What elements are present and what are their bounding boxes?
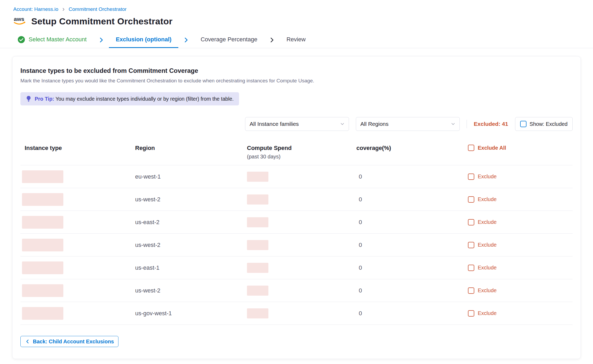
table-header-row: Instance type Region Compute Spend (past… bbox=[20, 145, 573, 165]
header-coverage: coverage(%) bbox=[356, 145, 468, 152]
stepper: Select Master Account Exclusion (optiona… bbox=[0, 32, 593, 48]
row-coverage: 0 bbox=[356, 287, 468, 294]
row-coverage: 0 bbox=[356, 219, 468, 226]
exclude-checkbox[interactable] bbox=[468, 174, 474, 180]
table-row: us-west-2 0 Exclude bbox=[20, 188, 573, 211]
row-region: us-west-2 bbox=[135, 242, 247, 248]
exclude-label: Exclude bbox=[478, 219, 497, 225]
row-coverage: 0 bbox=[356, 196, 468, 203]
exclude-control[interactable]: Exclude bbox=[468, 174, 573, 180]
chevron-down-icon bbox=[450, 121, 456, 127]
step-label: Exclusion (optional) bbox=[116, 36, 171, 43]
redacted-compute-spend bbox=[247, 217, 268, 227]
redacted-compute-spend bbox=[247, 172, 268, 182]
table-row: eu-west-1 0 Exclude bbox=[20, 165, 573, 188]
redacted-instance-type bbox=[22, 239, 63, 251]
redacted-instance-type bbox=[22, 193, 63, 206]
breadcrumb-account-link[interactable]: Account: Harness.io bbox=[13, 6, 58, 12]
pro-tip-label: Pro Tip: bbox=[35, 96, 54, 102]
show-excluded-checkbox[interactable] bbox=[520, 121, 526, 127]
row-region: us-east-2 bbox=[135, 219, 247, 226]
aws-logo: aws bbox=[13, 15, 27, 27]
exclude-label: Exclude bbox=[478, 174, 497, 180]
step-exclusion[interactable]: Exclusion (optional) bbox=[109, 32, 178, 48]
step-select-master-account[interactable]: Select Master Account bbox=[11, 32, 94, 48]
redacted-compute-spend bbox=[247, 308, 268, 318]
exclude-label: Exclude bbox=[478, 287, 497, 294]
chevron-right-icon bbox=[98, 32, 105, 48]
back-button[interactable]: Back: Child Account Exclusions bbox=[20, 336, 118, 347]
row-region: us-west-2 bbox=[135, 287, 247, 294]
show-excluded-label: Show: Excluded bbox=[530, 121, 568, 127]
step-label: Review bbox=[286, 36, 306, 43]
filters-row: All Instance families All Regions Exclud… bbox=[20, 117, 573, 131]
redacted-instance-type bbox=[22, 284, 63, 297]
regions-value: All Regions bbox=[360, 121, 388, 127]
exclude-checkbox[interactable] bbox=[468, 310, 474, 317]
svg-text:aws: aws bbox=[14, 16, 24, 22]
exclusion-table: Instance type Region Compute Spend (past… bbox=[20, 145, 573, 325]
header-instance-type: Instance type bbox=[20, 145, 135, 152]
regions-select[interactable]: All Regions bbox=[356, 117, 460, 131]
redacted-instance-type bbox=[22, 170, 63, 183]
redacted-compute-spend bbox=[247, 263, 268, 273]
redacted-compute-spend bbox=[247, 240, 268, 250]
row-coverage: 0 bbox=[356, 242, 468, 248]
row-coverage: 0 bbox=[356, 264, 468, 271]
row-region: us-west-2 bbox=[135, 196, 247, 203]
exclude-all-checkbox[interactable] bbox=[468, 145, 474, 151]
pro-tip-banner: Pro Tip: You may exclude instance types … bbox=[20, 92, 239, 105]
breadcrumb-chevron-icon bbox=[61, 7, 65, 11]
row-region: us-east-1 bbox=[135, 264, 247, 271]
titlebar: aws Setup Commitment Orchestrator bbox=[0, 12, 593, 27]
row-region: eu-west-1 bbox=[135, 173, 247, 180]
step-review[interactable]: Review bbox=[280, 32, 312, 48]
instance-families-select[interactable]: All Instance families bbox=[245, 117, 349, 131]
exclude-checkbox[interactable] bbox=[468, 219, 474, 225]
section-title: Instance types to be excluded from Commi… bbox=[20, 67, 573, 74]
exclude-control[interactable]: Exclude bbox=[468, 310, 573, 317]
vertical-divider bbox=[467, 120, 467, 128]
redacted-instance-type bbox=[22, 261, 63, 274]
pro-tip-text: You may exclude instance types individua… bbox=[55, 96, 233, 102]
redacted-compute-spend bbox=[247, 286, 268, 296]
exclude-all-control[interactable]: Exclude All bbox=[468, 145, 573, 151]
exclude-checkbox[interactable] bbox=[468, 242, 474, 248]
redacted-compute-spend bbox=[247, 194, 268, 205]
breadcrumb-page-link[interactable]: Commitment Orchestrator bbox=[69, 6, 127, 12]
show-excluded-toggle[interactable]: Show: Excluded bbox=[515, 117, 573, 131]
chevron-left-icon bbox=[25, 339, 30, 344]
row-coverage: 0 bbox=[356, 173, 468, 180]
header-compute-spend: Compute Spend (past 30 days) bbox=[247, 145, 356, 160]
bulb-icon bbox=[26, 96, 32, 102]
header-region: Region bbox=[135, 145, 247, 152]
exclude-control[interactable]: Exclude bbox=[468, 219, 573, 225]
check-circle-icon bbox=[17, 36, 25, 43]
exclude-checkbox[interactable] bbox=[468, 265, 474, 271]
row-coverage: 0 bbox=[356, 310, 468, 317]
table-row: us-east-1 0 Exclude bbox=[20, 256, 573, 279]
table-row: us-west-2 0 Exclude bbox=[20, 279, 573, 302]
chevron-right-icon bbox=[183, 32, 189, 48]
exclude-label: Exclude bbox=[478, 196, 497, 202]
table-row: us-east-2 0 Exclude bbox=[20, 211, 573, 234]
step-label: Select Master Account bbox=[29, 36, 87, 43]
exclude-control[interactable]: Exclude bbox=[468, 196, 573, 203]
redacted-instance-type bbox=[22, 216, 63, 229]
table-row: us-gov-west-1 0 Exclude bbox=[20, 302, 573, 325]
exclude-control[interactable]: Exclude bbox=[468, 242, 573, 248]
exclude-label: Exclude bbox=[478, 265, 497, 271]
step-coverage-percentage[interactable]: Coverage Percentage bbox=[194, 32, 264, 48]
header-compute-spend-sub: (past 30 days) bbox=[247, 154, 356, 160]
exclude-control[interactable]: Exclude bbox=[468, 265, 573, 271]
section-subtitle: Mark the Instance types you would like t… bbox=[20, 78, 573, 84]
back-button-label: Back: Child Account Exclusions bbox=[33, 339, 114, 345]
exclude-all-label: Exclude All bbox=[478, 145, 506, 151]
exclude-checkbox[interactable] bbox=[468, 287, 474, 294]
exclude-checkbox[interactable] bbox=[468, 196, 474, 203]
table-row: us-west-2 0 Exclude bbox=[20, 234, 573, 256]
excluded-count: Excluded: 41 bbox=[474, 121, 508, 127]
row-region: us-gov-west-1 bbox=[135, 310, 247, 317]
exclude-control[interactable]: Exclude bbox=[468, 287, 573, 294]
redacted-instance-type bbox=[22, 307, 63, 320]
